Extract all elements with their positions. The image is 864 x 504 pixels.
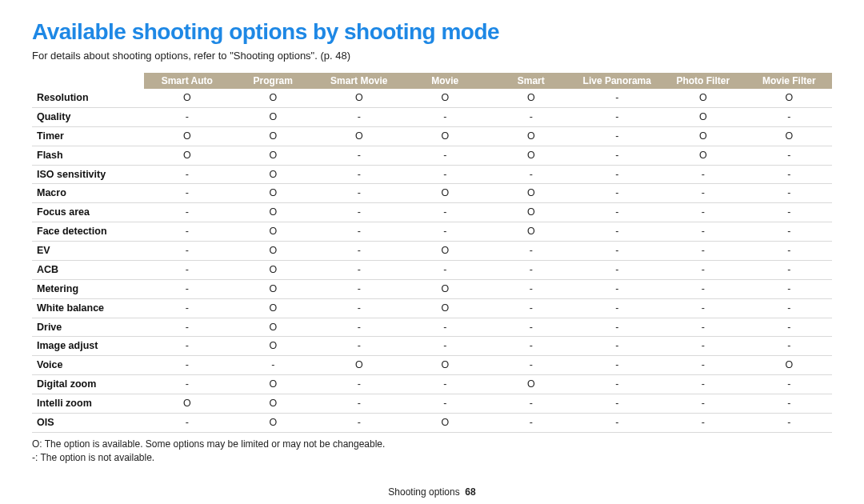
row-label: Resolution [32,89,144,107]
cell: - [144,184,230,203]
cell: - [402,222,489,242]
cell: O [660,89,746,107]
cell: - [574,318,661,337]
cell: O [660,107,746,126]
cell: - [746,242,833,261]
row-label: White balance [32,298,144,318]
cell: - [746,298,833,318]
table-row: Focus area-O--O--- [32,203,832,222]
row-label: ISO sensitivity [32,165,144,184]
table-row: Voice--OO---O [32,356,832,375]
cell: - [746,375,833,394]
cell: - [574,337,661,356]
cell: - [144,356,230,375]
page-subtitle: For details about shooting options, refe… [32,50,832,62]
table-row: OIS-O-O---- [32,413,832,432]
cell: O [144,126,230,146]
cell: - [316,337,402,356]
cell: - [660,279,746,298]
cell: O [144,394,230,414]
cell: - [144,222,230,242]
cell: - [488,242,574,261]
cell: O [316,89,402,107]
cell: - [144,375,230,394]
cell: - [316,107,402,126]
table-body: ResolutionOOOOO-OOQuality-O----O-TimerOO… [32,89,832,432]
cell: - [402,394,489,414]
table-column-header: Movie [402,73,489,89]
cell: - [746,279,833,298]
footer-section: Shooting options [388,486,459,498]
table-row: White balance-O-O---- [32,298,832,318]
cell: - [660,394,746,414]
cell: - [144,203,230,222]
cell: - [574,203,661,222]
cell: - [488,279,574,298]
cell: - [746,107,833,126]
cell: O [660,146,746,165]
cell: - [144,337,230,356]
cell: O [144,146,230,165]
cell: - [574,146,661,165]
cell: - [144,165,230,184]
cell: - [660,222,746,242]
row-label: Flash [32,146,144,165]
table-row: Quality-O----O- [32,107,832,126]
cell: O [230,107,317,126]
cell: - [746,337,833,356]
cell: - [402,165,489,184]
cell: - [488,356,574,375]
cell: - [574,356,661,375]
row-label: Metering [32,279,144,298]
table-row: ResolutionOOOOO-OO [32,89,832,107]
row-label: ACB [32,260,144,279]
cell: - [402,107,489,126]
cell: - [660,413,746,432]
cell: - [488,394,574,414]
cell: - [488,413,574,432]
cell: - [144,413,230,432]
cell: - [574,165,661,184]
cell: - [316,242,402,261]
cell: O [746,89,833,107]
cell: - [746,394,833,414]
cell: - [402,146,489,165]
cell: - [488,260,574,279]
cell: - [660,184,746,203]
cell: O [402,184,489,203]
cell: - [574,413,661,432]
cell: O [488,222,574,242]
cell: O [230,279,317,298]
row-label: Digital zoom [32,375,144,394]
cell: - [746,146,833,165]
table-row: FlashOO--O-O- [32,146,832,165]
cell: - [574,107,661,126]
cell: - [402,260,489,279]
cell: O [316,126,402,146]
cell: O [660,126,746,146]
footer-page-number: 68 [465,486,475,498]
cell: O [230,298,317,318]
cell: O [402,89,489,107]
cell: O [488,184,574,203]
cell: - [660,242,746,261]
row-label: Drive [32,318,144,337]
table-row: EV-O-O---- [32,242,832,261]
table-row: ISO sensitivity-O------ [32,165,832,184]
cell: - [574,222,661,242]
cell: - [316,298,402,318]
cell: O [488,375,574,394]
row-label: OIS [32,413,144,432]
row-label: Face detection [32,222,144,242]
cell: O [230,89,317,107]
cell: O [230,222,317,242]
cell: - [144,279,230,298]
cell: - [402,337,489,356]
cell: O [144,89,230,107]
cell: - [316,184,402,203]
cell: - [488,107,574,126]
cell: - [746,318,833,337]
cell: - [746,184,833,203]
table-column-header: Live Panorama [574,73,661,89]
cell: - [660,203,746,222]
